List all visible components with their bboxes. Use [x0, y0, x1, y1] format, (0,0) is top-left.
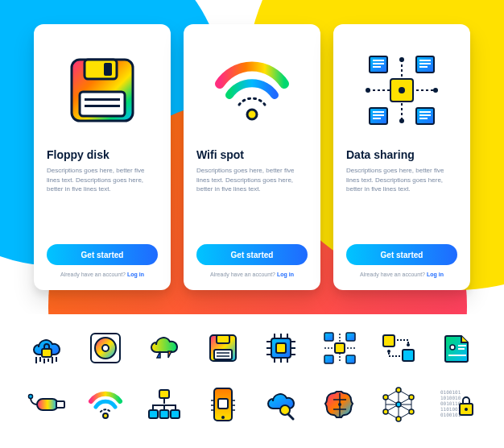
login-link[interactable]: Log in: [127, 272, 144, 277]
svg-rect-64: [346, 333, 355, 341]
svg-point-27: [399, 57, 404, 62]
svg-rect-76: [56, 401, 64, 408]
svg-rect-84: [218, 399, 228, 409]
cloud-sync-icon: [145, 329, 184, 367]
floppy-disk-icon: [47, 42, 158, 139]
svg-rect-67: [383, 335, 395, 346]
cpu-icon: [262, 329, 300, 367]
svg-rect-18: [419, 63, 431, 64]
binary-lock-icon: 01001011010010 00101101101001 0100101: [438, 385, 477, 424]
svg-point-113: [465, 408, 468, 411]
svg-point-28: [399, 118, 404, 123]
svg-rect-22: [373, 118, 381, 119]
card-title: Wifi spot: [196, 148, 244, 161]
svg-rect-2: [104, 63, 112, 76]
svg-rect-43: [214, 350, 232, 359]
cloud-lock-icon: [27, 329, 66, 367]
svg-text:0010110: 0010110: [440, 400, 461, 406]
svg-text:1101001: 1101001: [440, 406, 461, 412]
svg-text:1010010: 1010010: [440, 395, 461, 400]
svg-point-6: [247, 110, 257, 119]
svg-rect-75: [37, 399, 58, 410]
svg-point-94: [338, 403, 341, 406]
svg-point-77: [29, 395, 33, 399]
card-title: Data sharing: [346, 148, 415, 161]
svg-point-91: [221, 416, 225, 419]
svg-text:0100101: 0100101: [440, 412, 461, 417]
wifi-icon: [196, 42, 308, 139]
login-row: Already have an account? Log in: [360, 272, 444, 277]
svg-rect-66: [346, 355, 355, 363]
svg-rect-82: [171, 410, 180, 418]
svg-rect-21: [373, 114, 384, 116]
login-row: Already have an account? Log in: [210, 272, 294, 277]
file-person-icon: [438, 329, 477, 367]
svg-rect-20: [373, 111, 384, 113]
svg-rect-42: [217, 335, 229, 343]
svg-rect-15: [373, 63, 384, 64]
svg-point-70: [387, 350, 390, 353]
sitemap-icon: [145, 385, 184, 424]
wifi-small-icon: [86, 385, 125, 424]
svg-point-102: [409, 409, 414, 414]
svg-rect-3: [80, 92, 125, 116]
icon-grid: 01001011010010 00101101101001 0100101: [0, 314, 504, 438]
login-row: Already have an account? Log in: [60, 272, 144, 277]
svg-rect-4: [85, 98, 120, 101]
onboarding-card-floppy: Floppy disk Descriptions goes here, bett…: [34, 24, 171, 290]
svg-point-30: [433, 88, 438, 93]
data-sharing-icon: [346, 42, 457, 139]
svg-point-104: [383, 409, 388, 414]
already-have-account-label: Already have an account?: [60, 272, 126, 277]
already-have-account-label: Already have an account?: [210, 272, 275, 277]
icon-row-2: 01001011010010 00101101101001 0100101: [27, 385, 477, 424]
usb-icon: [27, 385, 66, 424]
svg-point-100: [396, 388, 401, 392]
svg-rect-24: [419, 114, 431, 116]
svg-point-105: [383, 395, 388, 400]
card-description: Descriptions goes here, better five line…: [346, 166, 457, 194]
transfer-icon: [379, 329, 418, 367]
get-started-button[interactable]: Get started: [196, 244, 308, 265]
login-link[interactable]: Log in: [277, 272, 294, 277]
svg-rect-62: [335, 343, 345, 353]
svg-rect-68: [403, 350, 414, 361]
onboarding-card-datasharing: Data sharing Descriptions goes here, bet…: [333, 24, 470, 290]
svg-point-71: [450, 345, 455, 350]
svg-rect-19: [419, 66, 428, 68]
svg-rect-16: [373, 66, 381, 68]
svg-rect-63: [324, 333, 333, 341]
svg-text:0100101: 0100101: [440, 389, 461, 395]
svg-rect-80: [149, 410, 158, 418]
neural-net-icon: [379, 385, 418, 424]
svg-rect-47: [276, 343, 286, 353]
svg-rect-25: [419, 118, 428, 119]
svg-point-101: [409, 395, 414, 400]
cloud-search-icon: [262, 385, 300, 424]
floppy-small-icon: [204, 329, 242, 367]
svg-rect-31: [42, 349, 52, 357]
login-link[interactable]: Log in: [427, 272, 444, 277]
disc-icon: [86, 329, 125, 367]
svg-rect-14: [373, 60, 384, 61]
svg-line-93: [288, 414, 293, 419]
server-grid-icon: [320, 329, 359, 367]
svg-rect-79: [159, 390, 169, 398]
svg-rect-17: [419, 60, 431, 61]
get-started-button[interactable]: Get started: [346, 244, 457, 265]
svg-rect-5: [85, 105, 120, 107]
svg-rect-23: [419, 111, 431, 113]
phone-chip-icon: [204, 385, 242, 424]
card-title: Floppy disk: [47, 148, 109, 161]
svg-point-103: [396, 417, 401, 421]
onboarding-card-wifi: Wifi spot Descriptions goes here, better…: [184, 24, 320, 290]
icon-row-1: [27, 329, 477, 367]
svg-point-29: [366, 88, 370, 93]
hero-panel: Floppy disk Descriptions goes here, bett…: [0, 0, 504, 314]
card-description: Descriptions goes here, better five line…: [196, 166, 308, 194]
svg-rect-81: [159, 410, 168, 418]
already-have-account-label: Already have an account?: [360, 272, 425, 277]
svg-rect-65: [324, 355, 333, 363]
get-started-button[interactable]: Get started: [47, 244, 158, 265]
svg-point-40: [102, 345, 109, 351]
